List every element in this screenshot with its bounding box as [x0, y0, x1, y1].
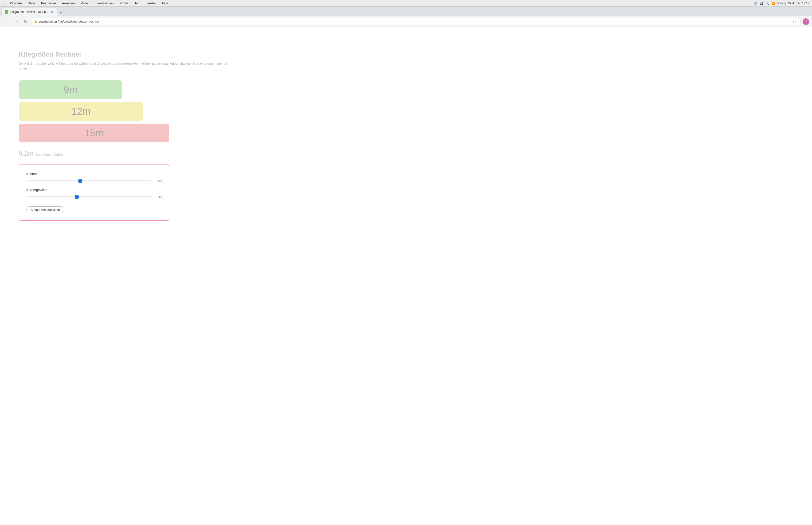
koerper-slider-wrapper[interactable]	[26, 195, 151, 199]
kite-bar-9m[interactable]: 9m	[19, 80, 122, 99]
tab-title: Kitegrößen Rechner - YouSh...	[10, 10, 48, 14]
wifi-icon: 📶	[771, 2, 775, 5]
chrome-toolbar: ← → ↻ 🔒 youshould.surf/de/tools/kitegroe…	[0, 16, 812, 27]
forward-button[interactable]: →	[12, 18, 20, 25]
page-description: Du bist dir unsicher welche Kitegröße du…	[19, 61, 230, 71]
menu-fenster[interactable]: Fenster	[144, 1, 157, 5]
knoten-slider-row: 20	[26, 179, 162, 183]
knoten-control-group: Knoten 20	[26, 172, 162, 183]
kite-bar-9m-label: 9m	[64, 84, 77, 95]
url-text: youshould.surf/de/tools/kitegroessen-rec…	[39, 20, 792, 23]
bookmark-icon[interactable]: ☆	[795, 20, 798, 23]
kite-bar-12m[interactable]: 12m	[19, 102, 143, 121]
menu-lesezeichen[interactable]: Lesezeichen	[96, 1, 114, 5]
back-button[interactable]: ←	[3, 18, 10, 25]
page-top-nav: ——	[19, 34, 793, 41]
koerper-value: 80	[155, 195, 162, 199]
battery-info: ⚙️	[754, 2, 757, 5]
menu-chrome[interactable]: Chrome	[9, 1, 22, 5]
menu-bearbeiten[interactable]: Bearbeiten	[40, 1, 57, 5]
koerper-label: Körpergewicht	[26, 188, 162, 192]
adjust-button[interactable]: Kitegrößen anpassen	[26, 206, 64, 213]
knoten-value: 20	[155, 179, 162, 183]
calculated-value: 9.2m	[19, 150, 34, 158]
profile-avatar[interactable]: Y	[802, 18, 809, 25]
knoten-label: Knoten	[26, 172, 162, 176]
lock-icon: 🔒	[34, 20, 37, 23]
knoten-slider-wrapper[interactable]	[26, 179, 151, 183]
active-tab[interactable]: Kitegrößen Rechner - YouSh... ✕	[2, 8, 57, 16]
knoten-slider[interactable]	[26, 180, 151, 181]
koerper-slider[interactable]	[26, 196, 151, 197]
new-tab-button[interactable]: +	[58, 10, 64, 16]
cursor	[793, 20, 794, 23]
macos-menubar:  Chrome Datei Bearbeiten Anzeigen Verla…	[0, 0, 812, 6]
control-center[interactable]: 🔲	[760, 2, 763, 5]
koerper-slider-row: 80	[26, 195, 162, 199]
kite-bar-12m-label: 12m	[72, 106, 91, 117]
menu-profile[interactable]: Profile	[119, 1, 129, 5]
reload-button[interactable]: ↻	[21, 18, 29, 25]
menu-tab[interactable]: Tab	[134, 1, 140, 5]
koerper-control-group: Körpergewicht 80	[26, 188, 162, 199]
menu-anzeigen[interactable]: Anzeigen	[61, 1, 76, 5]
calculated-label: Berechnete Größe	[36, 153, 63, 156]
nav-active-link[interactable]: ——	[19, 34, 33, 41]
kite-bar-15m-label: 15m	[85, 127, 104, 139]
macos-right-info: ⚙️ 🔲 🔍 📶 55% 🔋 Mi. 4. Dez. 12:17	[754, 2, 809, 5]
chrome-tabbar: Kitegrößen Rechner - YouSh... ✕ +	[0, 6, 812, 16]
kite-bars: 9m 12m 15m	[19, 80, 793, 145]
tab-close-button[interactable]: ✕	[50, 10, 54, 14]
menu-hilfe[interactable]: Hilfe	[161, 1, 169, 5]
kite-bar-15m[interactable]: 15m	[19, 124, 169, 142]
menu-verlauf[interactable]: Verlauf	[80, 1, 91, 5]
tab-favicon	[5, 10, 8, 14]
page-content: —— Kitegrößen Rechner Du bist dir unsich…	[0, 27, 812, 525]
search-icon[interactable]: 🔍	[765, 2, 769, 5]
address-bar[interactable]: 🔒 youshould.surf/de/tools/kitegroessen-r…	[31, 18, 801, 25]
apple-icon[interactable]: 	[3, 1, 4, 5]
page-title: Kitegrößen Rechner	[19, 51, 793, 58]
calculated-size: 9.2m Berechnete Größe	[19, 150, 793, 158]
menu-datei[interactable]: Datei	[27, 1, 36, 5]
datetime: 55% 🔋 Mi. 4. Dez. 12:17	[777, 2, 809, 5]
controls-box: Knoten 20 Körpergewicht 80 Kitegrößen an…	[19, 165, 169, 221]
